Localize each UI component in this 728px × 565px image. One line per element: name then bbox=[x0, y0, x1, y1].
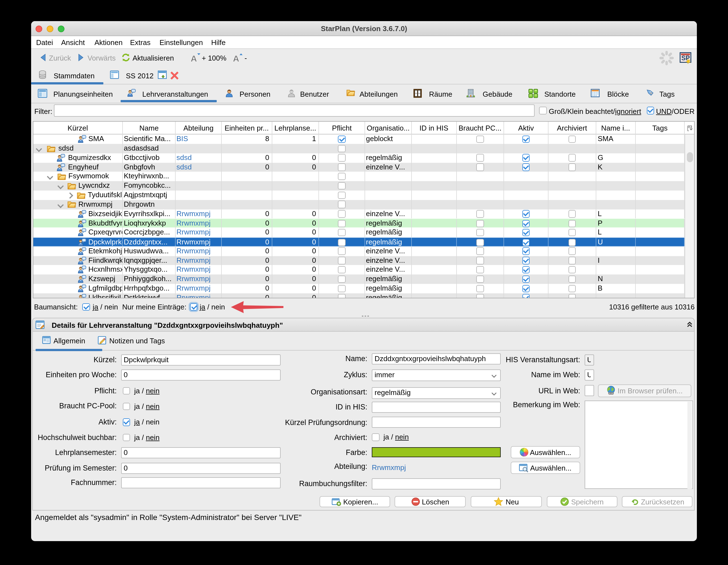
svg-text:A: A bbox=[191, 54, 197, 64]
svg-text:A: A bbox=[233, 54, 239, 64]
